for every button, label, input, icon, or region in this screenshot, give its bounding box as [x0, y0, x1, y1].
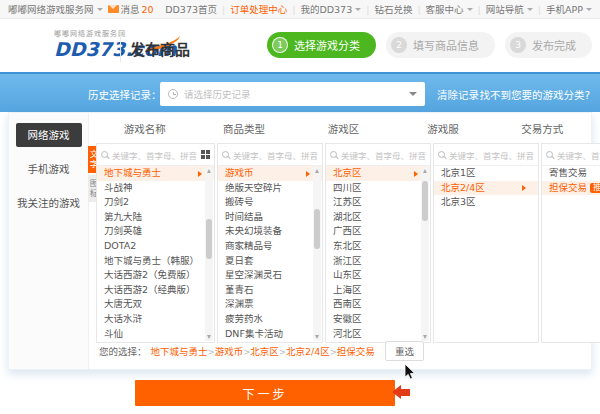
list-item[interactable]: 大话水浒	[97, 312, 214, 327]
list-item-label: 刀剑2	[104, 196, 129, 207]
list-item[interactable]: 担保交易推荐	[542, 181, 600, 196]
list-item[interactable]: 未央幻境装备	[218, 224, 322, 239]
scrollbar-thumb[interactable]	[206, 219, 212, 259]
list-item[interactable]: 寄售交易	[542, 166, 600, 181]
list-item[interactable]: 大话西游2（免费版）	[97, 268, 214, 283]
list-item[interactable]: 绝版天空碎片	[218, 181, 322, 196]
scrollbar[interactable]	[205, 167, 213, 341]
list-item[interactable]: 西南区	[326, 297, 430, 312]
topbar: 嘟嘟网络游戏服务网 消息 20 DD373首页|订单处理中心|我的DD373|钻…	[0, 0, 600, 19]
list-item[interactable]: 北京区	[326, 166, 430, 181]
list-item[interactable]: 斗仙	[97, 327, 214, 341]
topbar-separator: |	[538, 4, 541, 15]
list-item[interactable]: DOTA2	[97, 239, 214, 254]
summary-path-item: 北京区	[250, 346, 279, 357]
list-item[interactable]: 湖北区	[326, 210, 430, 225]
list-item[interactable]: 时间结晶	[218, 210, 322, 225]
topbar-link-label: DD373首页	[165, 2, 217, 16]
column-header-0: 游戏名称	[96, 117, 193, 141]
history-banner: 历史选择记录： 请选择历史记录 清除记录 找不到您要的游戏分类?	[0, 72, 600, 112]
clear-history-link[interactable]: 清除记录	[437, 87, 479, 102]
topbar-link-0[interactable]: DD373首页	[165, 2, 217, 16]
list-item[interactable]: 山东区	[326, 268, 430, 283]
list-item-label: 夏日套	[225, 255, 254, 266]
sidebar-item-1[interactable]: 手机游戏	[16, 157, 82, 181]
list-item[interactable]: 地下城与勇士	[97, 166, 214, 181]
sidebar-item-0[interactable]: 网络游戏	[16, 123, 82, 147]
list-item[interactable]: 夏日套	[218, 254, 322, 269]
list-item[interactable]: 浙江区	[326, 254, 430, 269]
list-item[interactable]: 第九大陆	[97, 210, 214, 225]
list-item-label: 时间结晶	[225, 211, 263, 222]
list-item[interactable]: 北京3区	[434, 195, 538, 210]
scroll-down-icon[interactable]	[207, 335, 211, 339]
scroll-up-icon[interactable]	[315, 169, 319, 173]
topbar-separator: |	[417, 4, 420, 15]
list-item[interactable]: 斗战神	[97, 181, 214, 196]
list-item[interactable]: 游戏币	[218, 166, 322, 181]
wizard-step-3[interactable]: 3发布完成	[505, 32, 592, 58]
list-item[interactable]: 广西区	[326, 224, 430, 239]
column-search-input[interactable]: 关键字、首字母、拼音	[326, 144, 430, 166]
list-item[interactable]: 河北区	[326, 327, 430, 341]
list-item[interactable]: 刀剑英雄	[97, 224, 214, 239]
topbar-message-link[interactable]: 消息 20	[108, 2, 154, 16]
history-dropdown[interactable]: 请选择历史记录	[160, 82, 425, 106]
grid-view-icon[interactable]	[201, 150, 210, 159]
scroll-down-icon[interactable]	[423, 335, 427, 339]
list-item[interactable]: 疲劳药水	[218, 312, 322, 327]
scrollbar[interactable]	[313, 167, 321, 341]
list-item[interactable]: 北京1区	[434, 166, 538, 181]
scroll-down-icon[interactable]	[315, 335, 319, 339]
topbar-link-2[interactable]: 我的DD373	[300, 2, 361, 16]
column-search-input[interactable]: 关键字、首字母、拼音	[97, 144, 214, 166]
sidebar-item-2[interactable]: 我关注的游戏	[10, 191, 88, 215]
scrollbar[interactable]	[421, 167, 429, 341]
selector-columns: 关键字、首字母、拼音地下城与勇士斗战神刀剑2第九大陆刀剑英雄DOTA2地下城与勇…	[96, 143, 591, 343]
scrollbar-thumb[interactable]	[314, 209, 320, 249]
list-item[interactable]: 堇青石	[218, 283, 322, 298]
scroll-up-icon[interactable]	[207, 169, 211, 173]
topbar-link-4[interactable]: 客服中心	[426, 2, 473, 16]
next-step-button[interactable]: 下一步	[135, 380, 395, 406]
missing-game-help-link[interactable]: 找不到您要的游戏分类?	[479, 87, 590, 102]
column-search-input[interactable]: 关键字、首字母、拼音	[434, 144, 538, 166]
topbar-link-5[interactable]: 网站导航	[486, 2, 533, 16]
topbar-link-label: 钻石兑换	[374, 2, 412, 16]
selector-column-3: 关键字、首字母、拼音北京1区北京2/4区北京3区	[433, 143, 539, 343]
topbar-link-1[interactable]: 订单处理中心	[230, 2, 287, 16]
scrollbar-thumb[interactable]	[422, 181, 428, 221]
list-item[interactable]: 江苏区	[326, 195, 430, 210]
list-item[interactable]: 大话西游2（经典版）	[97, 283, 214, 298]
list-item[interactable]: 深渊票	[218, 297, 322, 312]
column-header-3: 游戏服	[394, 117, 491, 141]
list-item[interactable]: 大唐无双	[97, 297, 214, 312]
list-item[interactable]: 上海区	[326, 283, 430, 298]
wizard-step-1[interactable]: 1选择游戏分类	[267, 32, 376, 58]
list-item[interactable]: 刀剑2	[97, 195, 214, 210]
list-item[interactable]: 四川区	[326, 181, 430, 196]
list-item[interactable]: 星空深渊灵石	[218, 268, 322, 283]
reset-selection-button[interactable]: 重选	[385, 341, 424, 361]
topbar-link-3[interactable]: 钻石兑换	[374, 2, 412, 16]
list-item[interactable]: 安徽区	[326, 312, 430, 327]
summary-separator: >	[208, 347, 215, 357]
scroll-up-icon[interactable]	[423, 169, 427, 173]
list-item[interactable]: 搬砖号	[218, 195, 322, 210]
chevron-down-icon	[586, 8, 592, 11]
selection-summary: 您的选择： 地下城与勇士>游戏币>北京区>北京2/4区>担保交易 重选	[99, 341, 424, 361]
list-item[interactable]: 地下城与勇士（韩服）	[97, 254, 214, 269]
column-search-input[interactable]: 关键字、首字母、拼音	[218, 144, 322, 166]
search-placeholder: 关键字、首字母、拼音	[449, 149, 534, 161]
search-icon	[222, 151, 229, 158]
header-divider	[120, 32, 121, 62]
list-item[interactable]: 商家精品号	[218, 239, 322, 254]
list-item[interactable]: 北京2/4区	[434, 181, 538, 196]
wizard-step-2[interactable]: 2填写商品信息	[386, 32, 495, 58]
list-item[interactable]: DNF集卡活动	[218, 327, 322, 341]
topbar-link-6[interactable]: 手机APP	[546, 2, 592, 16]
column-search-input[interactable]: 关键字、首字母、拼音	[542, 144, 600, 166]
topbar-site-link[interactable]: 嘟嘟网络游戏服务网	[8, 2, 103, 16]
list-item[interactable]: 东北区	[326, 239, 430, 254]
selected-caret-icon	[522, 185, 526, 191]
